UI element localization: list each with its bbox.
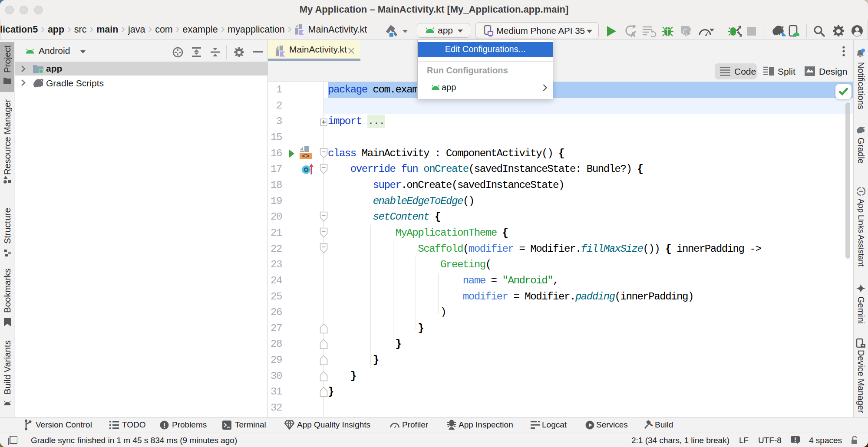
svg-text:<>: <> <box>302 153 310 160</box>
svg-text:A: A <box>630 31 636 38</box>
